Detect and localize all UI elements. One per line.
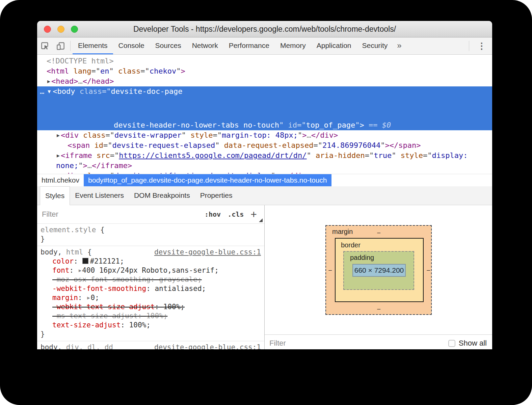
box-model-margin[interactable]: margin − − − − − − − − − − − − border	[325, 225, 432, 315]
toggle-element-state-button[interactable]: :hov	[205, 210, 221, 218]
sidebar-tab-dom-breakpoints[interactable]: DOM Breakpoints	[129, 186, 195, 205]
tab-console[interactable]: Console	[113, 37, 150, 54]
token: "	[392, 151, 401, 160]
properties-filter-input[interactable]: Filter	[269, 339, 286, 348]
pane-resize-handle[interactable]	[259, 218, 263, 222]
css-property--ms-text-size-adjust[interactable]: -ms-text-size-adjust: 100%;	[41, 312, 261, 321]
tab-sources[interactable]: Sources	[150, 37, 187, 54]
token: id	[288, 121, 297, 129]
token: >	[302, 131, 307, 139]
dom-node[interactable]: ▶<div class="devsite-wrapper" style="mar…	[37, 130, 492, 140]
css-property--moz-osx-font-smoothing[interactable]: -moz-osx-font-smoothing: grayscale;	[41, 275, 261, 284]
css-property-text-size-adjust[interactable]: text-size-adjust: 100%;	[41, 321, 261, 330]
token: :	[121, 321, 129, 329]
margin-top-value[interactable]: −	[377, 229, 381, 237]
css-selector-line[interactable]: devsite-google-blue.css:1body, html {	[41, 248, 261, 257]
token: "	[355, 121, 360, 129]
token: ="	[110, 151, 119, 160]
metrics-pane: margin − − − − − − − − − − − − border	[265, 205, 492, 349]
dom-node[interactable]: <!DOCTYPE html>	[37, 56, 492, 66]
show-all-label: Show all	[459, 339, 487, 348]
token: true	[374, 151, 392, 160]
token: ="	[106, 171, 115, 174]
token: :	[151, 275, 159, 284]
tab-elements[interactable]: Elements	[73, 37, 113, 54]
color-swatch[interactable]	[82, 258, 88, 264]
new-style-rule-button[interactable]: +	[250, 209, 257, 219]
toolbar-divider	[469, 41, 469, 51]
kebab-menu-icon[interactable]: ⋮	[471, 41, 492, 51]
box-model-padding[interactable]: padding 660 × 7294.200	[343, 251, 414, 290]
breadcrumb-item[interactable]: body#top_of_page.devsite-doc-page.devsit…	[84, 174, 331, 186]
window-titlebar[interactable]: Developer Tools - https://developers.goo…	[37, 21, 492, 37]
css-property--webkit-text-size-adjust[interactable]: -webkit-text-size-adjust: 100%;	[41, 302, 261, 312]
tab-security[interactable]: Security	[356, 37, 393, 54]
tab-application[interactable]: Application	[311, 37, 357, 54]
margin-bottom-value[interactable]: −	[377, 305, 381, 313]
token: margin-top: 48px;	[222, 131, 298, 139]
token: }	[41, 235, 45, 243]
margin-right-value[interactable]: −	[426, 267, 430, 274]
show-all-checkbox[interactable]	[448, 340, 455, 347]
css-selector-line[interactable]: devsite-google-blue.css:1body, div, dl, …	[41, 343, 261, 349]
token: devsite-doc-page	[111, 87, 183, 96]
tab-memory[interactable]: Memory	[275, 37, 311, 54]
token: grayscale	[159, 275, 197, 284]
inspect-element-icon[interactable]	[39, 39, 51, 53]
token: class	[80, 87, 102, 96]
token: "	[307, 151, 316, 160]
token: lang	[73, 67, 91, 75]
margin-left-value[interactable]: −	[328, 267, 332, 274]
token: >	[360, 121, 364, 129]
sidebar-tab-properties[interactable]: Properties	[195, 186, 238, 205]
token: >	[181, 67, 185, 75]
css-property--webkit-font-smoothing[interactable]: -webkit-font-smoothing: antialiased;	[41, 284, 261, 293]
breadcrumb-item[interactable]: html.chekov	[37, 174, 84, 186]
token: color	[52, 257, 74, 265]
dom-node[interactable]: none;">…</iframe>	[37, 161, 492, 171]
dom-node[interactable]: <html lang="en" class="chekov">	[37, 66, 492, 76]
css-property-font[interactable]: font: ▶400 16px/24px Roboto,sans-serif;	[41, 266, 261, 275]
token: == $0	[364, 121, 391, 129]
stylesheet-link[interactable]: devsite-google-blue.css:1	[154, 248, 261, 257]
styles-filter-input[interactable]: Filter	[42, 210, 58, 219]
token: ▶	[57, 132, 60, 138]
element-classes-button[interactable]: .cls	[228, 210, 244, 218]
box-model-content[interactable]: 660 × 7294.200	[352, 264, 406, 277]
css-selector-line[interactable]: element.style {	[41, 225, 261, 235]
dom-node[interactable]: <span id="devsite-request-elapsed" data-…	[37, 140, 492, 151]
token: ="	[91, 67, 100, 75]
token: class	[83, 131, 105, 139]
stylesheet-link[interactable]: devsite-google-blue.css:1	[154, 343, 261, 349]
css-property-color[interactable]: color: #212121;	[41, 257, 261, 266]
token: none;	[56, 161, 78, 170]
token: </iframe>	[92, 161, 132, 170]
token: antialiased	[155, 285, 202, 293]
box-model-border[interactable]: border padding 660 × 7294.200	[335, 238, 424, 302]
token: …	[307, 131, 311, 139]
lower-split: Filter :hov .cls + element.style {}devsi…	[37, 205, 492, 349]
properties-filter-bar: Filter Show all	[265, 334, 492, 349]
token: ="	[213, 131, 222, 139]
token: :	[138, 312, 146, 320]
css-property-margin[interactable]: margin: ▶0;	[41, 293, 261, 302]
token: -webkit-font-smoothing	[52, 285, 146, 293]
token: :	[146, 285, 155, 293]
tab-network[interactable]: Network	[187, 37, 223, 54]
token: ;	[214, 266, 219, 274]
more-tabs-button[interactable]: »	[393, 37, 405, 54]
token: html	[62, 248, 83, 256]
dom-node[interactable]: ▶<div class="devsite-notification devsit…	[37, 171, 492, 174]
dom-node[interactable]: ▶<iframe src="https://clients5.google.co…	[37, 151, 492, 161]
device-toolbar-icon[interactable]	[55, 39, 66, 53]
token	[79, 171, 83, 174]
css-rule: element.style {}	[37, 224, 264, 246]
dom-node[interactable]: ▶<head>…</head>	[37, 76, 492, 86]
sidebar-tab-event-listeners[interactable]: Event Listeners	[70, 186, 129, 205]
dom-node-selected[interactable]: …▼<body class="devsite-doc-pagedevsite-h…	[37, 86, 492, 130]
css-close-brace: }	[41, 235, 261, 244]
token: src	[97, 151, 110, 160]
sidebar-tab-styles[interactable]: Styles	[40, 186, 70, 205]
token: ="	[423, 151, 432, 160]
tab-performance[interactable]: Performance	[223, 37, 275, 54]
